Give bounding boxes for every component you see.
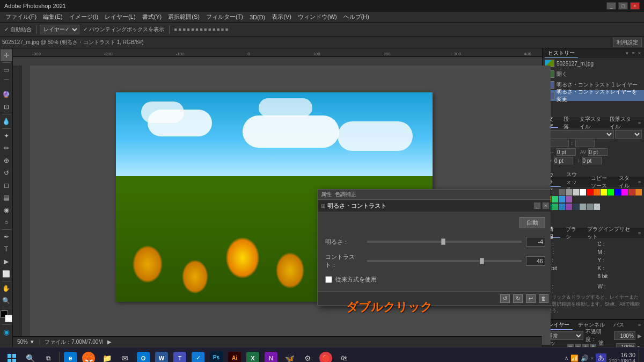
- blur-tool[interactable]: ◉: [1, 204, 12, 216]
- minimize-button[interactable]: _: [606, 2, 616, 10]
- lock-position-icon[interactable]: ✛: [582, 344, 589, 347]
- swatch-asbestos[interactable]: [587, 204, 593, 210]
- store-button[interactable]: 🛍: [335, 350, 353, 363]
- info-panel-menu[interactable]: ≡: [637, 230, 642, 236]
- reset-button[interactable]: ↺: [500, 294, 510, 303]
- undo-button[interactable]: ↩: [526, 294, 536, 303]
- mail-button[interactable]: ✉: [116, 350, 134, 363]
- leading-input[interactable]: [575, 140, 595, 147]
- auto-merge-checkbox[interactable]: ✓ 自動結合: [2, 25, 34, 34]
- edge-button[interactable]: e: [62, 350, 79, 363]
- word-button[interactable]: W: [153, 350, 170, 363]
- menu-window[interactable]: ウィンドウ(W): [295, 13, 340, 21]
- swatch-light-gray[interactable]: [566, 189, 572, 196]
- panel-props-tab[interactable]: 属性: [321, 191, 332, 198]
- show-desktop-button[interactable]: [639, 350, 641, 363]
- brightness-slider-container[interactable]: [367, 237, 522, 246]
- panel-menu-icon[interactable]: ≡: [631, 50, 635, 56]
- ime-icon[interactable]: あ: [596, 353, 606, 362]
- brightness-value[interactable]: -4: [526, 237, 545, 247]
- scale-v-input[interactable]: [582, 157, 602, 164]
- swatch-sky-blue[interactable]: [559, 196, 565, 202]
- para-style-tab[interactable]: 段落スタイル: [606, 118, 634, 128]
- lock-image-icon[interactable]: ✏: [575, 344, 581, 347]
- pen-tool[interactable]: ✒: [1, 231, 12, 243]
- network-icon[interactable]: 📶: [570, 354, 579, 362]
- eraser-tool[interactable]: ◻: [1, 179, 12, 191]
- copy-source-tab[interactable]: コピーソース: [588, 177, 613, 187]
- swatch-red[interactable]: [587, 189, 593, 196]
- zoom-tool[interactable]: 🔍: [1, 295, 12, 307]
- clock[interactable]: 16:30 2021/08/14: [609, 352, 635, 362]
- outlook-button[interactable]: O: [135, 350, 152, 363]
- swatch-dark-gray[interactable]: [552, 189, 558, 196]
- panel-toggle-btn[interactable]: 利用設定: [613, 38, 642, 47]
- onenote-button[interactable]: N: [262, 350, 280, 363]
- fill-input[interactable]: [616, 343, 635, 347]
- lasso-tool[interactable]: ⌒: [1, 76, 12, 88]
- menu-edit[interactable]: 編集(E): [40, 13, 66, 21]
- todo-button[interactable]: ✓: [189, 350, 207, 363]
- swatch-dark-navy[interactable]: [573, 204, 579, 210]
- window-controls[interactable]: _ □ ×: [606, 2, 640, 10]
- excel-button[interactable]: X: [244, 350, 261, 363]
- dialog-minimize[interactable]: _: [533, 202, 541, 209]
- contrast-value[interactable]: 46: [526, 256, 545, 266]
- font-style-select[interactable]: [615, 130, 642, 139]
- settings-button[interactable]: ⚙: [299, 350, 316, 363]
- brightness-slider[interactable]: [367, 241, 522, 243]
- search-taskbar-button[interactable]: 🔍: [21, 350, 39, 363]
- hand-tool[interactable]: ✋: [1, 283, 12, 294]
- menu-select[interactable]: 選択範囲(S): [165, 13, 203, 21]
- path-select-tool[interactable]: ▶: [1, 256, 12, 267]
- gradient-tool[interactable]: ▤: [1, 192, 12, 204]
- volume-icon[interactable]: 🔊: [581, 354, 589, 362]
- legacy-checkbox[interactable]: [325, 276, 332, 283]
- char-style-tab[interactable]: 文字スタイル: [576, 118, 604, 128]
- styles-tab[interactable]: スタイル: [616, 177, 635, 187]
- swatch-green[interactable]: [608, 189, 614, 196]
- char-panel-menu-icon[interactable]: ≡: [637, 120, 642, 126]
- clone-stamp-tool[interactable]: ⊕: [1, 155, 12, 166]
- swatch-brown-orange[interactable]: [635, 189, 642, 196]
- close-button[interactable]: ×: [630, 2, 640, 10]
- swatch-emerald[interactable]: [552, 196, 558, 202]
- swatch-dark-green[interactable]: [552, 204, 558, 210]
- bc-dialog-titlebar[interactable]: ⊞ 明るさ・コントラスト _ ×: [318, 200, 551, 212]
- contrast-thumb[interactable]: [480, 258, 484, 264]
- security-button[interactable]: 🔴: [317, 350, 334, 363]
- illustrator-button[interactable]: Ai: [226, 350, 243, 363]
- panel-color-adj-tab[interactable]: 色調補正: [335, 191, 356, 198]
- paths-tab[interactable]: パス: [610, 320, 627, 330]
- dodge-tool[interactable]: ○: [1, 216, 12, 228]
- swatch-magenta[interactable]: [621, 189, 628, 196]
- brush-tab[interactable]: ブラシ: [562, 228, 582, 238]
- systray-chevron[interactable]: ∧: [565, 355, 568, 361]
- canvas-area[interactable]: 属性 色調補正 ⊞ 明るさ・コントラスト _ ×: [30, 66, 551, 345]
- auto-button[interactable]: 自動: [519, 217, 545, 228]
- delete-button[interactable]: 🗑: [539, 294, 548, 303]
- font-family-select[interactable]: [545, 130, 614, 139]
- layers-panel-menu[interactable]: ≡: [637, 322, 642, 328]
- plugin-preset-tab[interactable]: プラグインプリセット: [584, 228, 634, 238]
- firefox-button[interactable]: 🦊: [80, 350, 97, 363]
- swatch-silver[interactable]: [594, 204, 600, 210]
- swatch-dark-red[interactable]: [628, 189, 635, 196]
- swatch-lighter-gray[interactable]: [573, 189, 579, 196]
- lock-transparent-icon[interactable]: ▤: [567, 344, 574, 347]
- font-size-input[interactable]: [550, 140, 569, 147]
- tracking2-input[interactable]: [588, 148, 608, 156]
- quick-select-tool[interactable]: 🔮: [1, 89, 12, 100]
- menu-view[interactable]: 表示(V): [268, 13, 295, 21]
- swatch-blue[interactable]: [614, 189, 621, 196]
- history-tab[interactable]: ヒストリー: [545, 48, 578, 58]
- brush-tool[interactable]: ✏: [1, 142, 12, 154]
- menu-type[interactable]: 書式(Y): [139, 13, 165, 21]
- layer-select[interactable]: レイヤー✓: [40, 25, 79, 34]
- menu-layer[interactable]: レイヤー(L): [101, 13, 138, 21]
- menu-file[interactable]: ファイル(F): [2, 13, 40, 21]
- dialog-close-button[interactable]: ×: [542, 202, 550, 209]
- menu-filter[interactable]: フィルター(T): [203, 13, 246, 21]
- history-brush-tool[interactable]: ↺: [1, 167, 12, 179]
- quick-mask-mode[interactable]: ◉: [1, 326, 12, 338]
